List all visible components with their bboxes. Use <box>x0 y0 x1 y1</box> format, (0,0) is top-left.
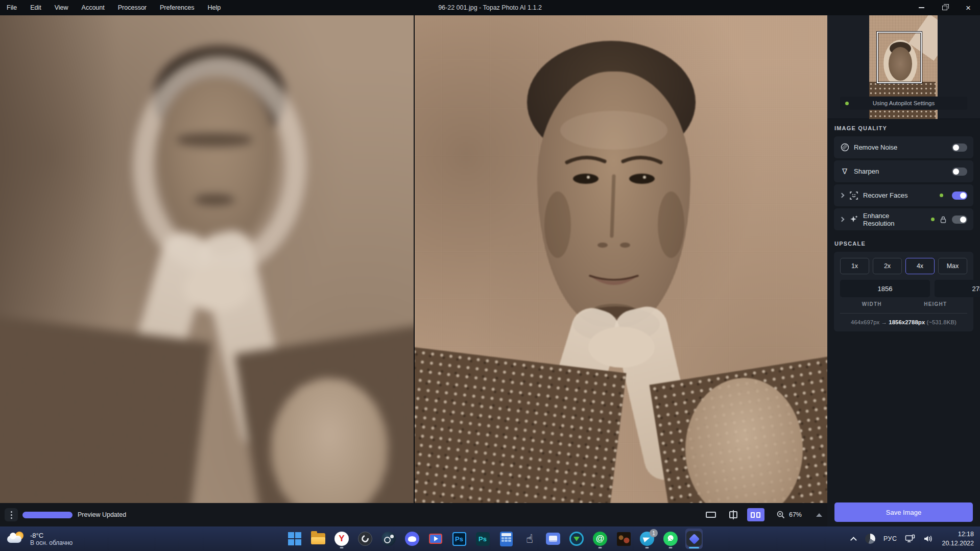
obs-studio-icon <box>358 532 372 546</box>
lock-icon <box>940 216 946 223</box>
taskbar-calculator[interactable] <box>497 529 515 549</box>
taskbar-updater-app[interactable] <box>568 529 585 549</box>
preview-status-text: Preview Updated <box>78 511 126 518</box>
menu-edit[interactable]: Edit <box>23 0 48 15</box>
enhance-resolution-expand-chevron-icon[interactable] <box>840 217 845 222</box>
taskbar-screen-recorder[interactable] <box>427 529 444 549</box>
height-label: HEIGHT <box>904 301 968 307</box>
window-controls: × <box>910 0 980 15</box>
photoshop-2-icon: Ps <box>476 532 490 546</box>
recover-faces-expand-chevron-icon[interactable] <box>840 193 845 198</box>
upscale-summary: 464x697px → 1856x2788px (~531.8KB) <box>840 319 967 325</box>
sharpen-row[interactable]: ∇ Sharpen <box>834 160 973 182</box>
image-quality-header-label: IMAGE QUALITY <box>834 125 887 131</box>
taskbar-file-explorer[interactable] <box>309 529 327 549</box>
recover-faces-row[interactable]: Recover Faces <box>834 184 973 206</box>
minimize-icon <box>919 7 924 8</box>
network-icon[interactable] <box>905 534 915 543</box>
yandex-browser-icon: Y <box>334 532 349 546</box>
taskbar-photoshop[interactable]: Ps <box>450 529 468 549</box>
enhance-resolution-toggle[interactable] <box>952 215 967 224</box>
taskbar-obs-studio[interactable] <box>356 529 374 549</box>
taskbar-yandex-browser[interactable]: Y <box>333 529 350 549</box>
calculator-icon <box>500 532 513 546</box>
game-icon <box>617 532 631 546</box>
taskbar-start-button[interactable] <box>286 529 303 549</box>
enhance-resolution-label: Enhance Resolution <box>863 212 922 227</box>
steam-icon <box>381 532 396 546</box>
zoom-control[interactable]: 67% <box>777 511 802 519</box>
enhance-resolution-row[interactable]: Enhance Resolution <box>834 208 973 230</box>
windows-taskbar: -8°C В осн. облачно Y Ps Ps ☝ @ 1 <box>0 526 980 551</box>
close-button[interactable]: × <box>957 0 980 15</box>
updater-icon <box>569 532 584 546</box>
mailru-agent-icon: @ <box>593 532 607 546</box>
side-by-side-view-button[interactable] <box>747 508 764 521</box>
zoom-dropdown-arrow-icon[interactable] <box>816 513 822 517</box>
clock-widget[interactable]: 12:18 20.12.2022 <box>942 530 974 548</box>
enhance-resolution-status-dot <box>931 218 935 221</box>
remove-noise-row[interactable]: Remove Noise <box>834 136 973 158</box>
menu-account[interactable]: Account <box>75 0 111 15</box>
preview-progress-bar <box>22 512 73 518</box>
save-image-button[interactable]: Save Image <box>834 502 973 522</box>
taskbar-telegram[interactable]: 1 <box>638 529 656 549</box>
scale-2x-button[interactable]: 2x <box>873 258 902 274</box>
height-input[interactable] <box>935 280 980 297</box>
sharpen-toggle[interactable] <box>952 167 967 176</box>
menu-help[interactable]: Help <box>201 0 227 15</box>
arrow-glyph: → <box>881 319 888 325</box>
restore-button[interactable] <box>933 0 957 15</box>
taskbar-scanner-app[interactable] <box>544 529 562 549</box>
taskbar-whatsapp[interactable] <box>662 529 679 549</box>
menu-processor[interactable]: Processor <box>111 0 153 15</box>
windows-start-icon <box>288 532 301 545</box>
taskbar-mailru-agent[interactable]: @ <box>591 529 609 549</box>
taskbar-photoshop-2[interactable]: Ps <box>474 529 491 549</box>
before-image[interactable] <box>0 15 414 503</box>
scale-max-button[interactable]: Max <box>938 258 967 274</box>
minimize-button[interactable] <box>910 0 933 15</box>
using-autopilot-settings-button[interactable]: Using Autopilot Settings <box>840 97 967 110</box>
scanner-icon <box>546 533 560 545</box>
weather-condition: В осн. облачно <box>30 539 73 546</box>
taskbar-hand-cursor-app[interactable]: ☝ <box>521 529 538 549</box>
single-view-button[interactable] <box>702 508 720 521</box>
tray-date: 20.12.2022 <box>942 539 974 548</box>
menu-file[interactable]: File <box>0 0 23 15</box>
taskbar-discord[interactable] <box>403 529 421 549</box>
before-photo-art <box>0 15 414 503</box>
taskbar-steam[interactable] <box>380 529 397 549</box>
remove-noise-toggle[interactable] <box>952 143 967 152</box>
split-view-icon <box>729 511 737 518</box>
menu-preferences[interactable]: Preferences <box>153 0 201 15</box>
enhance-resolution-icon <box>849 215 858 224</box>
upscale-header: UPSCALE <box>834 241 973 247</box>
language-indicator[interactable]: РУС <box>883 535 897 542</box>
target-dimensions: 1856x2788px <box>889 319 925 325</box>
width-input[interactable] <box>840 280 930 297</box>
zoom-icon <box>777 511 785 519</box>
kebab-menu-button[interactable] <box>5 508 18 521</box>
single-view-icon <box>706 512 716 518</box>
split-view-button[interactable] <box>725 508 742 521</box>
volume-icon[interactable] <box>923 534 934 543</box>
restore-icon <box>942 6 947 10</box>
image-quality-header: IMAGE QUALITY <box>834 125 973 131</box>
tray-app-icon[interactable] <box>865 534 875 544</box>
recover-faces-toggle[interactable] <box>952 191 967 200</box>
navigator-viewport-rect[interactable] <box>877 32 922 83</box>
scale-1x-button[interactable]: 1x <box>840 258 869 274</box>
after-image[interactable] <box>414 15 827 503</box>
taskbar-topaz-photo-ai[interactable] <box>685 529 703 549</box>
weather-widget[interactable]: -8°C В осн. облачно <box>7 532 73 546</box>
tray-expand-chevron-icon[interactable] <box>850 537 857 543</box>
menu-view[interactable]: View <box>48 0 75 15</box>
recover-faces-icon <box>849 191 858 200</box>
taskbar-game[interactable] <box>615 529 632 549</box>
after-photo-art <box>414 15 827 503</box>
scale-4x-button[interactable]: 4x <box>905 258 935 274</box>
tray-time: 12:18 <box>942 530 974 539</box>
hand-cursor-icon: ☝ <box>526 532 533 546</box>
telegram-icon: 1 <box>640 532 654 546</box>
